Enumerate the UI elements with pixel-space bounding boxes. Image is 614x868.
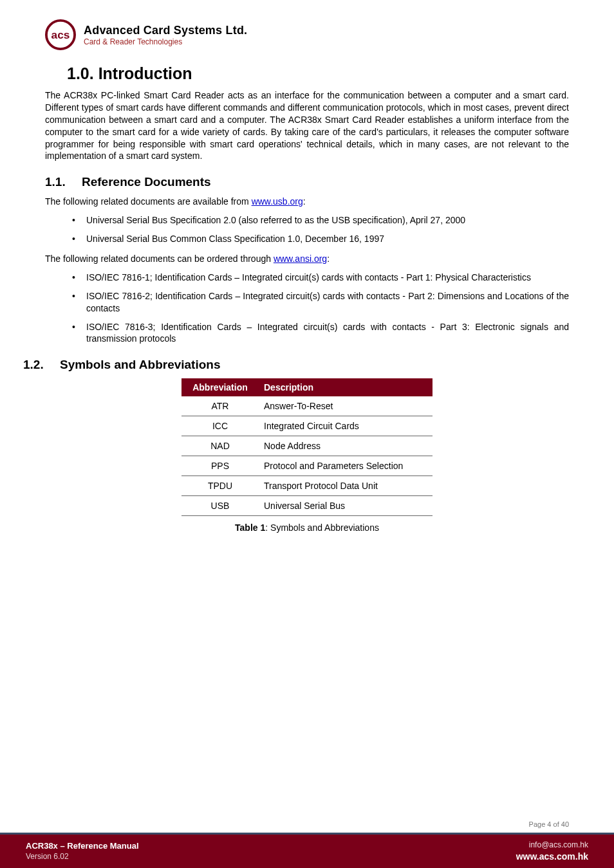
lead-in-usb: The following related documents are avai…: [45, 196, 569, 208]
subsection-1-2-title: Symbols and Abbreviations: [60, 358, 221, 371]
lead-in-usb-pre: The following related documents are avai…: [45, 196, 252, 207]
lead-in-ansi: The following related documents can be o…: [45, 253, 569, 265]
table-row: NAD Node Address: [181, 436, 433, 456]
page-number: Page 4 of 40: [529, 820, 569, 828]
table-cell-desc: Node Address: [259, 436, 433, 456]
logo-text: Advanced Card Systems Ltd. Card & Reader…: [84, 24, 247, 46]
list-item: Universal Serial Bus Specification 2.0 (…: [45, 214, 569, 226]
table-header-row: Abbreviation Description: [181, 378, 433, 396]
table-row: ATR Answer-To-Reset: [181, 396, 433, 416]
section-number: 1.0.: [67, 64, 94, 82]
table-row: TPDU Transport Protocol Data Unit: [181, 476, 433, 496]
footer-email: info@acs.com.hk: [529, 840, 588, 851]
footer-doc-title: ACR38x – Reference Manual: [26, 841, 139, 852]
table-cell-abbr: NAD: [181, 436, 259, 456]
table-cell-abbr: TPDU: [181, 476, 259, 496]
lead-in-ansi-pre: The following related documents can be o…: [45, 254, 274, 264]
table-row: ICC Integrated Circuit Cards: [181, 416, 433, 436]
company-name: Advanced Card Systems Ltd.: [84, 24, 247, 37]
company-tagline: Card & Reader Technologies: [84, 37, 247, 46]
subsection-1-1-title: Reference Documents: [82, 175, 211, 189]
usb-org-link[interactable]: www.usb.org: [252, 196, 303, 207]
table-row: PPS Protocol and Parameters Selection: [181, 456, 433, 476]
list-item: Universal Serial Bus Common Class Specif…: [45, 233, 569, 245]
abbreviation-table-wrap: Abbreviation Description ATR Answer-To-R…: [45, 378, 569, 533]
footer-site: www.acs.com.hk: [516, 851, 588, 862]
usb-bullet-list: Universal Serial Bus Specification 2.0 (…: [45, 214, 569, 245]
list-item: ISO/IEC 7816-3; Identification Cards – I…: [45, 321, 569, 346]
svg-text:acs: acs: [51, 28, 70, 41]
subsection-1-1-number: 1.1.: [45, 175, 66, 189]
table-cell-abbr: USB: [181, 496, 259, 516]
list-item: ISO/IEC 7816-1; Identification Cards – I…: [45, 272, 569, 284]
lead-in-ansi-post: :: [327, 254, 330, 264]
lead-in-usb-post: :: [303, 196, 306, 207]
footer-right: info@acs.com.hk www.acs.com.hk: [516, 840, 588, 862]
ansi-org-link[interactable]: www.ansi.org: [274, 254, 327, 264]
page: acs Advanced Card Systems Ltd. Card & Re…: [0, 0, 614, 868]
abbreviation-table: Abbreviation Description ATR Answer-To-R…: [181, 378, 433, 516]
table-cell-abbr: ICC: [181, 416, 259, 436]
table-row: USB Universal Serial Bus: [181, 496, 433, 516]
footer-band: ACR38x – Reference Manual Version 6.02 i…: [0, 835, 614, 868]
table-cell-desc: Universal Serial Bus: [259, 496, 433, 516]
table-cell-desc: Integrated Circuit Cards: [259, 416, 433, 436]
table-cell-abbr: PPS: [181, 456, 259, 476]
section-heading: 1.0. Introduction: [67, 64, 569, 83]
footer-version: Version 6.02: [26, 852, 139, 862]
table-caption: Table 1: Symbols and Abbreviations: [235, 522, 379, 533]
subsection-1-1-heading: 1.1. Reference Documents: [45, 175, 569, 189]
table-cell-desc: Transport Protocol Data Unit: [259, 476, 433, 496]
section-title-text: Introduction: [98, 64, 192, 82]
table-cell-abbr: ATR: [181, 396, 259, 416]
intro-paragraph: The ACR38x PC-linked Smart Card Reader a…: [45, 89, 569, 162]
subsection-1-2-number: 1.2.: [23, 358, 44, 372]
subsection-1-2-heading: 1.2. Symbols and Abbreviations: [23, 358, 569, 372]
table-caption-rest: : Symbols and Abbreviations: [265, 522, 379, 533]
document-header: acs Advanced Card Systems Ltd. Card & Re…: [45, 19, 569, 50]
table-header-abbr: Abbreviation: [181, 378, 259, 396]
table-cell-desc: Protocol and Parameters Selection: [259, 456, 433, 476]
footer-left: ACR38x – Reference Manual Version 6.02: [26, 841, 139, 862]
table-caption-bold: Table 1: [235, 522, 265, 533]
acs-logo-icon: acs: [45, 19, 76, 50]
ansi-bullet-list: ISO/IEC 7816-1; Identification Cards – I…: [45, 272, 569, 345]
table-cell-desc: Answer-To-Reset: [259, 396, 433, 416]
list-item: ISO/IEC 7816-2; Identification Cards – I…: [45, 290, 569, 315]
footer-inner: ACR38x – Reference Manual Version 6.02 i…: [0, 835, 614, 868]
table-header-desc: Description: [259, 378, 433, 396]
